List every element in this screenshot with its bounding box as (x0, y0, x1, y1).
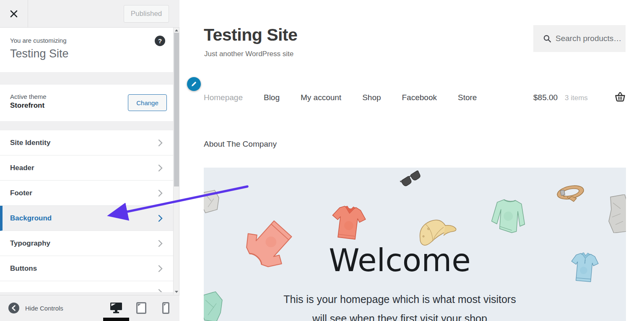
cart-basket-button[interactable] (615, 92, 626, 104)
sidebar-item-header[interactable]: Header (0, 155, 174, 181)
edit-shortcut-button[interactable] (187, 77, 201, 91)
chevron-right-icon (158, 139, 163, 147)
shorts-illustration (608, 194, 626, 233)
secondary-navigation: About The Company (204, 135, 626, 153)
sidebar-item-background[interactable]: Background (0, 206, 174, 231)
belt-illustration (555, 181, 586, 205)
homepage-hero: Welcome This is your homepage which is w… (204, 168, 626, 321)
search-icon (543, 35, 551, 43)
published-button[interactable]: Published (124, 5, 169, 23)
nav-item-homepage[interactable]: Homepage (204, 93, 243, 102)
help-icon[interactable]: ? (155, 36, 165, 46)
close-icon (10, 10, 18, 18)
you-are-customizing-label: You are customizing (10, 37, 164, 44)
close-customizer-button[interactable] (0, 0, 28, 27)
hide-controls-label: Hide Controls (25, 305, 63, 312)
cart-item-count: 3 items (565, 94, 588, 102)
long-sleeve-shirt-illustration (490, 195, 528, 237)
search-input[interactable] (556, 34, 623, 43)
primary-navigation: Homepage Blog My account Shop Facebook S… (204, 86, 626, 109)
customizer-footerbar: Hide Controls (0, 295, 179, 321)
chevron-right-icon (158, 215, 163, 222)
nav-item-about-the-company[interactable]: About The Company (204, 140, 277, 149)
sidebar-item-typography[interactable]: Typography (0, 231, 174, 256)
nav-item-my-account[interactable]: My account (301, 93, 341, 102)
scrollbar-thumb[interactable] (174, 33, 179, 186)
bottom-black-bar (103, 318, 129, 321)
nav-item-shop[interactable]: Shop (362, 93, 381, 102)
desktop-icon (110, 302, 122, 314)
cart-total[interactable]: $85.00 (533, 93, 558, 102)
basket-icon (615, 92, 626, 102)
crumpled-shirt-illustration (204, 189, 220, 215)
scroll-up-arrow-icon[interactable] (175, 29, 178, 31)
site-preview: Testing Site Just another WordPress site… (179, 0, 644, 321)
customizer-menu: Site Identity Header Footer Background T… (0, 130, 174, 292)
wordpress-customizer-screen: Published You are customizing Testing Si… (0, 0, 644, 321)
site-tagline: Just another WordPress site (204, 50, 293, 58)
pencil-icon (191, 81, 197, 87)
hide-controls-button[interactable]: Hide Controls (8, 303, 63, 313)
active-theme-panel: Active theme Storefront Change (0, 85, 174, 121)
preview-mobile-button[interactable] (162, 302, 169, 316)
sidebar-item-clipped[interactable] (0, 281, 174, 292)
v-neck-tshirt-illustration (330, 202, 367, 243)
customizing-site-name: Testing Site (10, 47, 164, 60)
preview-tablet-button[interactable] (136, 302, 146, 316)
customizing-panel: You are customizing Testing Site ? (0, 28, 174, 72)
tablet-icon (136, 302, 146, 314)
chevron-right-icon (158, 164, 163, 172)
nav-item-blog[interactable]: Blog (264, 93, 280, 102)
nav-item-store[interactable]: Store (458, 93, 477, 102)
sidebar-item-footer[interactable]: Footer (0, 181, 174, 206)
sidebar-item-site-identity[interactable]: Site Identity (0, 130, 174, 155)
sunglasses-illustration (400, 168, 423, 191)
hero-paragraph-line2: will see when they first visit your shop (204, 313, 596, 321)
change-theme-button[interactable]: Change (128, 94, 167, 111)
chevron-right-icon (158, 289, 163, 292)
chevron-right-icon (158, 189, 163, 197)
hero-heading: Welcome (204, 242, 596, 278)
scroll-down-arrow-icon[interactable] (175, 291, 178, 293)
site-title[interactable]: Testing Site (204, 25, 297, 45)
hero-paragraph-line1: This is your homepage which is what most… (204, 293, 596, 305)
chevron-right-icon (158, 265, 163, 272)
sidebar-item-buttons[interactable]: Buttons (0, 256, 174, 281)
smartphone-icon (162, 302, 169, 314)
customizer-sidebar: Published You are customizing Testing Si… (0, 0, 179, 321)
product-search-box[interactable] (533, 25, 626, 52)
nav-item-facebook[interactable]: Facebook (402, 93, 437, 102)
customizer-topbar: Published (0, 0, 179, 28)
sidebar-scrollbar[interactable] (173, 28, 179, 295)
collapse-left-icon (8, 303, 19, 313)
chevron-right-icon (158, 240, 163, 247)
preview-desktop-button[interactable] (110, 302, 122, 316)
